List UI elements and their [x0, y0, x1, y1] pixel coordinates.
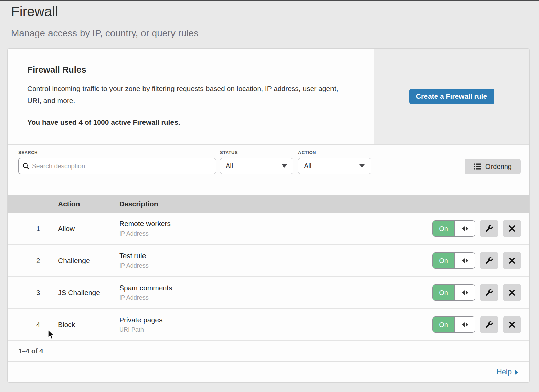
wrench-icon [485, 289, 493, 297]
arrow-left-icon [462, 290, 465, 295]
rule-action: Block [58, 321, 119, 329]
ordered-list-icon [474, 163, 482, 170]
rule-enabled-toggle[interactable]: On [432, 316, 475, 333]
action-label: ACTION [298, 150, 371, 155]
rule-priority: 4 [8, 321, 58, 329]
edit-rule-button[interactable] [480, 220, 498, 237]
toggle-handle[interactable] [455, 221, 475, 236]
table-row: 3 JS Challenge Spam comments IP Address … [8, 277, 529, 309]
toggle-on-label: On [433, 253, 455, 268]
arrow-right-icon [466, 258, 468, 263]
status-selected-value: All [226, 162, 233, 170]
action-select[interactable]: All [298, 158, 371, 174]
rule-priority: 3 [8, 289, 58, 297]
ordering-button-label: Ordering [485, 163, 512, 171]
intro-section: Firewall Rules Control incoming traffic … [8, 49, 529, 145]
usage-note: You have used 4 of 1000 active Firewall … [27, 118, 360, 126]
ordering-wrap: Ordering [465, 150, 521, 195]
rule-priority: 2 [8, 257, 58, 265]
status-filter-group: STATUS All [220, 150, 293, 195]
search-label: SEARCH [18, 150, 216, 155]
edit-rule-button[interactable] [480, 252, 498, 269]
page-header: Firewall Manage access by IP, country, o… [0, 1, 539, 39]
toggle-on-label: On [433, 317, 455, 332]
rule-priority: 1 [8, 225, 58, 233]
arrow-left-icon [462, 258, 465, 263]
action-selected-value: All [304, 162, 311, 170]
rule-description: Test rule [119, 252, 432, 260]
action-filter-group: ACTION All [298, 150, 371, 195]
rule-match-type: IP Address [119, 230, 432, 237]
rule-description-cell: Spam comments IP Address [119, 284, 432, 301]
rule-description-cell: Test rule IP Address [119, 252, 432, 269]
close-icon [508, 225, 516, 232]
wrench-icon [485, 257, 493, 265]
page-subtitle: Manage access by IP, country, or query r… [11, 28, 539, 39]
table-row: 1 Allow Remote workers IP Address On [8, 213, 529, 245]
status-select[interactable]: All [220, 158, 293, 174]
rule-action: Challenge [58, 257, 119, 265]
intro-text-block: Firewall Rules Control incoming traffic … [8, 49, 374, 144]
toggle-handle[interactable] [455, 317, 475, 332]
rule-controls: On [432, 284, 529, 301]
rule-action: Allow [58, 224, 119, 233]
filters-bar: SEARCH STATUS All ACTION All [8, 145, 529, 195]
wrench-icon [485, 321, 493, 329]
search-input[interactable] [32, 162, 212, 170]
table-header: Action Description [8, 195, 529, 213]
edit-rule-button[interactable] [480, 316, 498, 333]
status-label: STATUS [220, 150, 293, 155]
delete-rule-button[interactable] [503, 252, 521, 269]
close-icon [508, 321, 516, 328]
rule-match-type: IP Address [119, 294, 432, 301]
rule-match-type: URI Path [119, 326, 432, 333]
pagination: 1–4 of 4 [8, 341, 529, 362]
arrow-right-icon [466, 322, 468, 327]
rule-controls: On [432, 220, 529, 237]
arrow-right-icon [466, 290, 468, 295]
delete-rule-button[interactable] [503, 316, 521, 333]
card-footer: Help [8, 362, 529, 383]
help-link-label: Help [497, 368, 512, 376]
action-column-header: Action [58, 200, 119, 208]
delete-rule-button[interactable] [503, 284, 521, 301]
rule-enabled-toggle[interactable]: On [432, 284, 475, 301]
create-rule-panel: Create a Firewall rule [374, 49, 529, 144]
rule-description: Private pages [119, 316, 432, 324]
wrench-icon [485, 224, 493, 233]
arrow-left-icon [462, 322, 465, 327]
ordering-button[interactable]: Ordering [465, 159, 521, 174]
chevron-down-icon [282, 164, 287, 168]
rule-description: Spam comments [119, 284, 432, 292]
close-icon [508, 257, 516, 264]
pagination-range: 1–4 of 4 [18, 347, 43, 355]
search-box [18, 158, 216, 174]
arrow-left-icon [462, 226, 465, 231]
rule-match-type: IP Address [119, 262, 432, 269]
firewall-rules-card: Firewall Rules Control incoming traffic … [7, 48, 530, 383]
rule-enabled-toggle[interactable]: On [432, 252, 475, 269]
rule-description: Remote workers [119, 220, 432, 228]
arrow-right-icon [466, 226, 468, 231]
edit-rule-button[interactable] [480, 284, 498, 301]
chevron-down-icon [359, 164, 365, 168]
toggle-handle[interactable] [455, 253, 475, 268]
rule-action: JS Challenge [58, 289, 119, 297]
rule-description-cell: Remote workers IP Address [119, 220, 432, 237]
toggle-on-label: On [433, 285, 455, 300]
help-link[interactable]: Help [497, 368, 518, 376]
table-row: 4 Block Private pages URI Path On [8, 309, 529, 341]
card-description: Control incoming traffic to your zone by… [27, 83, 347, 107]
table-row: 2 Challenge Test rule IP Address On [8, 245, 529, 277]
rule-description-cell: Private pages URI Path [119, 316, 432, 333]
toggle-on-label: On [433, 221, 455, 236]
delete-rule-button[interactable] [503, 220, 521, 237]
rule-controls: On [432, 252, 529, 269]
create-firewall-rule-button[interactable]: Create a Firewall rule [409, 89, 494, 104]
caret-right-icon [515, 370, 518, 375]
close-icon [508, 289, 516, 296]
toggle-handle[interactable] [455, 285, 475, 300]
search-icon [23, 163, 29, 169]
rule-controls: On [432, 316, 529, 333]
rule-enabled-toggle[interactable]: On [432, 220, 475, 237]
